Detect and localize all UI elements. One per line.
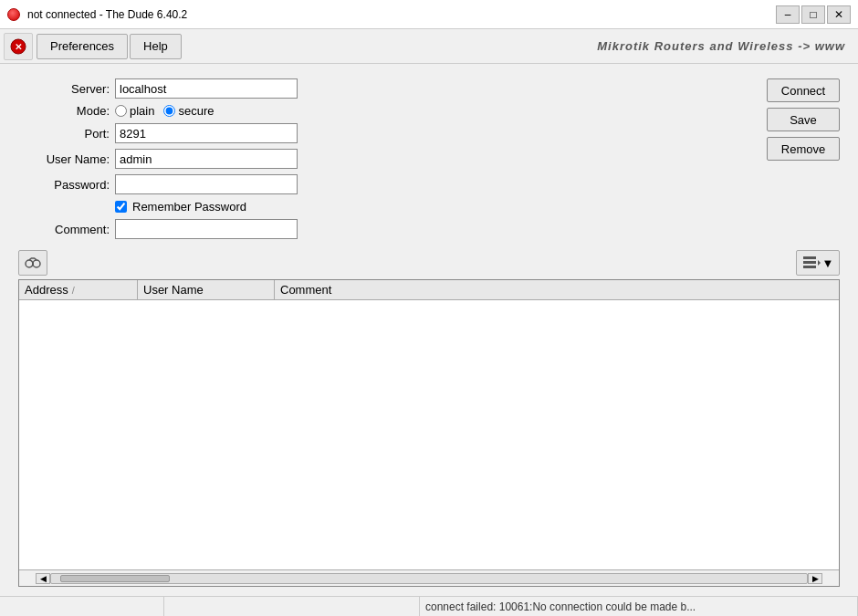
title-bar: not connected - The Dude 6.40.2 – □ ✕	[0, 0, 858, 29]
remember-password-checkbox[interactable]	[115, 201, 127, 213]
action-buttons: Connect Save Remove	[767, 78, 840, 239]
svg-rect-10	[803, 266, 816, 268]
preferences-button[interactable]: Preferences	[37, 34, 128, 59]
view-button[interactable]: ▼	[796, 250, 840, 276]
search-button[interactable]	[18, 250, 47, 276]
port-label: Port:	[18, 127, 110, 141]
svg-point-3	[33, 260, 40, 267]
col-comment[interactable]: Comment	[275, 280, 839, 299]
svg-rect-9	[803, 261, 816, 264]
save-button[interactable]: Save	[767, 108, 840, 131]
status-bar: connect failed: 10061:No connection coul…	[0, 596, 858, 616]
remove-button[interactable]: Remove	[767, 137, 840, 161]
port-input[interactable]	[115, 123, 298, 143]
mode-secure-label[interactable]: secure	[163, 104, 214, 118]
data-table: Address / User Name Comment ◀ ▶	[18, 279, 840, 587]
server-label: Server:	[18, 82, 110, 96]
svg-point-2	[26, 260, 33, 267]
svg-marker-11	[818, 260, 821, 266]
status-segment-2	[164, 597, 420, 616]
h-scrollbar[interactable]	[50, 573, 808, 584]
form-fields: Server: Mode: plain secure Port: User Na…	[18, 78, 752, 239]
col-address[interactable]: Address /	[19, 280, 138, 299]
status-segment-3: connect failed: 10061:No connection coul…	[420, 597, 858, 616]
form-area: Server: Mode: plain secure Port: User Na…	[18, 78, 840, 239]
view-icon	[802, 256, 821, 270]
server-input[interactable]	[115, 78, 298, 99]
window-controls: – □ ✕	[776, 5, 851, 24]
connect-button[interactable]: Connect	[767, 78, 840, 102]
remember-password-row: Remember Password	[18, 200, 752, 214]
mode-plain-radio[interactable]	[115, 105, 127, 117]
scroll-left-arrow[interactable]: ◀	[36, 573, 50, 584]
svg-rect-4	[32, 262, 34, 266]
window-title: not connected - The Dude 6.40.2	[27, 8, 187, 21]
mode-label: Mode:	[18, 104, 110, 118]
main-content: Server: Mode: plain secure Port: User Na…	[0, 64, 858, 596]
maximize-button[interactable]: □	[801, 5, 825, 24]
mode-secure-radio[interactable]	[163, 105, 175, 117]
svg-text:✕: ✕	[15, 42, 22, 52]
binoculars-icon	[24, 255, 42, 271]
password-input[interactable]	[115, 174, 298, 194]
table-toolbar: ▼	[18, 250, 840, 276]
col-username[interactable]: User Name	[138, 280, 275, 299]
h-scrollbar-thumb[interactable]	[60, 575, 170, 582]
username-label: User Name:	[18, 152, 110, 166]
minimize-button[interactable]: –	[776, 5, 800, 24]
svg-rect-8	[803, 256, 816, 259]
h-scroll-area: ◀ ▶	[19, 569, 839, 586]
home-icon-button[interactable]: ✕	[4, 33, 33, 60]
username-input[interactable]	[115, 149, 298, 169]
table-header: Address / User Name Comment	[19, 280, 839, 300]
app-icon	[7, 8, 20, 21]
password-label: Password:	[18, 178, 110, 192]
table-body[interactable]	[19, 300, 839, 569]
menu-bar: ✕ Preferences Help Mikrotik Routers and …	[0, 29, 858, 64]
comment-input[interactable]	[115, 219, 298, 239]
remember-password-label: Remember Password	[132, 200, 246, 214]
close-button[interactable]: ✕	[827, 5, 851, 24]
mode-options: plain secure	[115, 104, 752, 118]
comment-label: Comment:	[18, 223, 110, 236]
scroll-right-arrow[interactable]: ▶	[808, 573, 822, 584]
dropdown-arrow: ▼	[822, 256, 834, 270]
help-button[interactable]: Help	[130, 34, 182, 59]
status-segment-1	[0, 597, 164, 616]
mode-plain-label[interactable]: plain	[115, 104, 154, 118]
home-icon: ✕	[10, 38, 26, 55]
brand-text: Mikrotik Routers and Wireless -> www	[597, 39, 854, 53]
